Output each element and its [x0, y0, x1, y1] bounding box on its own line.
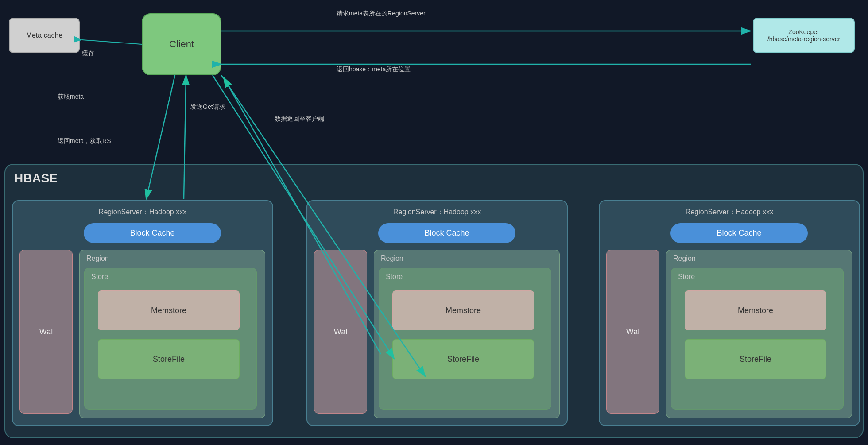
hbase-section: HBASE RegionServer：Hadoop xxx Block Cach… — [4, 164, 864, 438]
rs1-wal: Wal — [19, 250, 73, 414]
top-section — [0, 0, 868, 173]
region-server-2: RegionServer：Hadoop xxx Block Cache Wal … — [306, 200, 568, 426]
diagram-container: Meta cache Client ZooKeeper/hbase/meta-r… — [0, 0, 868, 445]
label-send-get: 发送Get请求 — [190, 103, 225, 111]
rs3-region-label: Region — [673, 255, 696, 263]
rs3-memstore: Memstore — [685, 290, 826, 330]
rs2-storefile: StoreFile — [392, 339, 534, 379]
label-data-return: 数据返回至客户端 — [275, 115, 324, 123]
zookeeper-label: ZooKeeper/hbase/meta-region-server — [767, 28, 840, 43]
rs1-store-label: Store — [91, 273, 108, 281]
rs3-store-label: Store — [678, 273, 695, 281]
rs3-store: Store Memstore StoreFile — [671, 268, 844, 410]
label-request-meta: 请求meta表所在的RegionServer — [337, 10, 426, 18]
rs3-label: RegionServer：Hadoop xxx — [686, 208, 773, 217]
rs1-memstore: Memstore — [98, 290, 240, 330]
rs2-block-cache: Block Cache — [378, 223, 515, 243]
rs2-region-label: Region — [381, 255, 403, 263]
rs3-wal: Wal — [606, 250, 659, 414]
rs2-wal: Wal — [314, 250, 367, 414]
label-return-meta-rs: 返回meta，获取RS — [58, 137, 111, 145]
rs1-region-label: Region — [86, 255, 109, 263]
label-get-meta: 获取meta — [58, 93, 84, 101]
label-return-meta-pos: 返回hbase：meta所在位置 — [337, 66, 411, 74]
rs2-store: Store Memstore StoreFile — [379, 268, 551, 410]
region-server-1: RegionServer：Hadoop xxx Block Cache Wal … — [12, 200, 273, 426]
rs2-memstore: Memstore — [392, 290, 534, 330]
rs3-block-cache: Block Cache — [670, 223, 808, 243]
rs3-storefile: StoreFile — [685, 339, 826, 379]
client-box: Client — [142, 13, 221, 75]
rs2-label: RegionServer：Hadoop xxx — [393, 208, 481, 217]
rs1-storefile: StoreFile — [98, 339, 240, 379]
rs3-region: Region Store Memstore StoreFile — [666, 250, 852, 418]
meta-cache-label: Meta cache — [26, 31, 63, 39]
region-server-3: RegionServer：Hadoop xxx Block Cache Wal … — [599, 200, 860, 426]
rs1-region: Region Store Memstore StoreFile — [79, 250, 265, 418]
rs1-block-cache: Block Cache — [84, 223, 221, 243]
client-label: Client — [169, 39, 194, 50]
rs2-region: Region Store Memstore StoreFile — [374, 250, 560, 418]
rs1-label: RegionServer：Hadoop xxx — [99, 208, 186, 217]
rs2-store-label: Store — [386, 273, 403, 281]
meta-cache-box: Meta cache — [9, 18, 80, 53]
hbase-title: HBASE — [14, 171, 58, 186]
rs1-store: Store Memstore StoreFile — [84, 268, 257, 410]
label-cache: 缓存 — [82, 50, 94, 58]
zookeeper-box: ZooKeeper/hbase/meta-region-server — [753, 18, 855, 53]
